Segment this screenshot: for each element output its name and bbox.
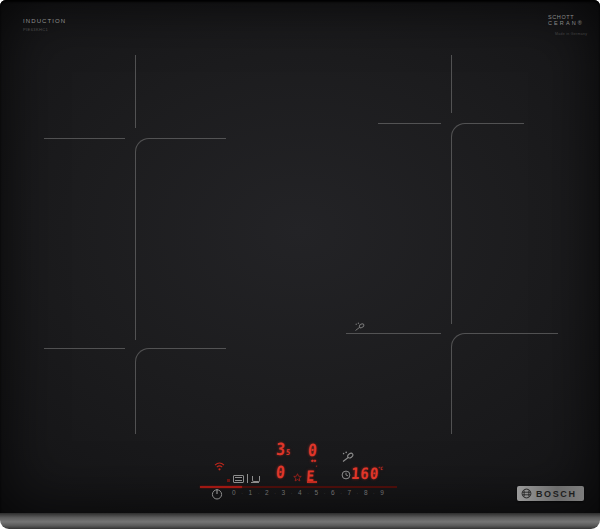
front-right-zone-underline — [307, 481, 317, 483]
sensor-temp-display: 160 °C — [350, 466, 379, 481]
zone-corner-line — [451, 333, 558, 434]
zone-line — [44, 138, 125, 139]
zone-line — [135, 55, 136, 128]
indicator-square — [227, 479, 230, 482]
back-left-zone-display: 35 — [275, 442, 291, 461]
zone-corner-line — [135, 348, 226, 434]
front-left-zone-display: 0 — [275, 464, 285, 480]
slider-level[interactable]: 6 — [331, 489, 335, 496]
degree-mark: °C — [377, 461, 383, 476]
slider-level[interactable]: 2 — [265, 489, 269, 496]
slider-level[interactable]: 0 — [232, 489, 236, 496]
timer-clock-icon[interactable] — [341, 470, 351, 480]
bosch-badge: BOSCH — [517, 486, 584, 501]
fry-sensor-spoon-icon[interactable] — [341, 451, 354, 463]
wipe-protection-icon[interactable] — [233, 475, 244, 483]
model-number: PIE63KHC1 — [23, 27, 48, 32]
star-icon[interactable] — [293, 473, 302, 482]
slider-level[interactable]: 4 — [298, 489, 302, 496]
fry-sensor-zone-spoon-icon — [354, 322, 365, 332]
ceramic-glass-surface: INDUCTION PIE63KHC1 SCHOTT CERAN® Made i… — [0, 0, 600, 513]
glass-origin-text: Made in Germany — [555, 32, 587, 36]
bosch-logo-text: BOSCH — [536, 489, 577, 499]
slider-level[interactable]: 7 — [347, 489, 351, 496]
wifi-icon[interactable] — [214, 462, 225, 471]
front-trim — [0, 513, 600, 529]
induction-label: INDUCTION — [23, 18, 66, 24]
ceran-line: CERAN® — [548, 21, 584, 27]
schott-ceran-logo: SCHOTT CERAN® — [548, 15, 584, 26]
move-pan-arrows: ↔ — [302, 458, 323, 465]
slider-level[interactable]: 9 — [380, 489, 384, 496]
zone-corner-line — [451, 123, 524, 324]
zone-line — [346, 333, 441, 334]
separator — [247, 474, 248, 483]
bosch-symbol-icon — [521, 488, 532, 499]
power-level-slider[interactable]: 0 · 1 · 2 · 3 · 4 · 5 · 6 · 7 · 8 · 9 — [232, 489, 384, 496]
zone-line — [44, 348, 125, 349]
zone-line — [378, 123, 441, 124]
slider-level[interactable]: 8 — [364, 489, 368, 496]
slider-level[interactable]: 1 — [248, 489, 252, 496]
pan-transfer-icon[interactable] — [251, 476, 259, 483]
zone-corner-line — [135, 138, 226, 340]
power-icon[interactable] — [211, 488, 223, 500]
function-keys[interactable] — [227, 474, 259, 483]
slider-level[interactable]: 3 — [281, 489, 285, 496]
cooktop-product-image: INDUCTION PIE63KHC1 SCHOTT CERAN® Made i… — [0, 0, 600, 529]
zone-line — [451, 55, 452, 113]
slider-level[interactable]: 5 — [314, 489, 318, 496]
